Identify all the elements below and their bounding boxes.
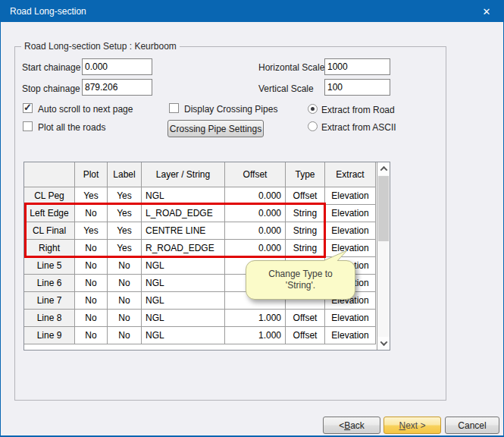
- grid-cell[interactable]: 0.000: [225, 240, 286, 257]
- table-row: Line 8NoNoNGL1.000OffsetElevation: [24, 310, 376, 327]
- column-header: [24, 162, 75, 187]
- stop-chainage-input[interactable]: [82, 79, 152, 96]
- grid-cell[interactable]: No: [75, 292, 108, 310]
- grid-cell[interactable]: Elevation: [325, 222, 376, 240]
- row-header-cell[interactable]: Line 9: [24, 327, 75, 344]
- grid-cell[interactable]: Elevation: [325, 187, 376, 205]
- grid-cell[interactable]: No: [75, 310, 108, 327]
- grid-cell[interactable]: NGL: [142, 310, 225, 327]
- grid-cell[interactable]: No: [108, 292, 142, 310]
- grid-cell[interactable]: Yes: [108, 222, 142, 240]
- row-header-cell[interactable]: Line 5: [24, 257, 75, 275]
- table-row: Line 9NoNoNGL1.000OffsetElevation: [24, 327, 376, 344]
- plot-all-roads-label[interactable]: Plot all the roads: [38, 122, 105, 134]
- row-header-cell[interactable]: CL Peg: [24, 187, 75, 205]
- grid-cell[interactable]: Yes: [108, 240, 142, 257]
- grid-cell[interactable]: Elevation: [325, 205, 376, 222]
- display-crossing-pipes-label[interactable]: Display Crossing Pipes: [184, 104, 277, 115]
- close-icon: ✕: [483, 6, 491, 17]
- grid-cell[interactable]: L_ROAD_EDGE: [142, 205, 225, 222]
- start-chainage-input[interactable]: [82, 58, 152, 75]
- grid-cell[interactable]: 0.000: [225, 222, 286, 240]
- table-row: Left EdgeNoYesL_ROAD_EDGE0.000StringElev…: [24, 205, 376, 222]
- scroll-down-icon: [380, 338, 387, 346]
- horizontal-scale-label: Horizontal Scale: [258, 62, 324, 74]
- callout-text-line2: 'String'.: [286, 280, 315, 291]
- extract-from-ascii-radio[interactable]: [308, 121, 318, 131]
- grid-cell[interactable]: No: [75, 327, 108, 344]
- grid-cell[interactable]: 0.000: [225, 205, 286, 222]
- groupbox-title: Road Long-section Setup : Keurboom: [21, 41, 180, 52]
- cancel-button[interactable]: Cancel: [445, 417, 499, 434]
- window-title: Road Long-section: [1, 6, 86, 17]
- grid-cell[interactable]: No: [108, 257, 142, 275]
- grid-cell[interactable]: NGL: [142, 187, 225, 205]
- row-header-cell[interactable]: Line 6: [24, 275, 75, 292]
- row-header-cell[interactable]: Right: [24, 240, 75, 257]
- grid-cell[interactable]: NGL: [142, 292, 225, 310]
- title-bar: Road Long-section ✕: [1, 1, 503, 22]
- grid-cell[interactable]: No: [75, 275, 108, 292]
- table-scrollbar[interactable]: [377, 162, 390, 350]
- grid-cell[interactable]: Offset: [286, 327, 325, 344]
- row-header-cell[interactable]: Line 8: [24, 310, 75, 327]
- grid-cell[interactable]: No: [108, 327, 142, 344]
- grid-cell[interactable]: 1.000: [225, 327, 286, 344]
- grid-cell[interactable]: 0.000: [225, 187, 286, 205]
- grid-cell[interactable]: Yes: [75, 187, 108, 205]
- crossing-pipe-settings-button[interactable]: Crossing Pipe Settings: [167, 120, 264, 137]
- scroll-down-button[interactable]: [377, 337, 390, 350]
- auto-scroll-checkbox[interactable]: ✓: [23, 103, 33, 113]
- grid-cell[interactable]: Elevation: [325, 327, 376, 344]
- grid-cell[interactable]: Yes: [108, 187, 142, 205]
- column-header: Type: [286, 162, 325, 187]
- grid-cell[interactable]: Offset: [286, 187, 325, 205]
- back-button[interactable]: < Back: [323, 417, 380, 434]
- callout-text-line1: Change Type to: [268, 269, 333, 280]
- row-header-cell[interactable]: Line 7: [24, 292, 75, 310]
- grid-cell[interactable]: No: [108, 310, 142, 327]
- row-header-cell[interactable]: CL Final: [24, 222, 75, 240]
- plot-all-roads-checkbox[interactable]: ✓: [23, 121, 33, 131]
- table-row: CL FinalYesYesCENTRE LINE0.000StringElev…: [24, 222, 376, 240]
- row-header-cell[interactable]: Left Edge: [24, 205, 75, 222]
- road-long-section-dialog: Road Long-section ✕ Road Long-section Se…: [0, 0, 504, 437]
- stop-chainage-label: Stop chainage: [22, 83, 80, 95]
- grid-cell[interactable]: NGL: [142, 275, 225, 292]
- callout-tail: [317, 250, 349, 263]
- grid-cell[interactable]: Elevation: [325, 310, 376, 327]
- scroll-up-button[interactable]: [377, 162, 390, 175]
- horizontal-scale-input[interactable]: [324, 58, 390, 75]
- extract-from-road-label[interactable]: Extract from Road: [321, 105, 395, 116]
- scrollbar-thumb[interactable]: [378, 176, 389, 241]
- grid-cell[interactable]: Yes: [108, 205, 142, 222]
- grid-cell[interactable]: NGL: [142, 327, 225, 344]
- grid-cell[interactable]: CENTRE LINE: [142, 222, 225, 240]
- extract-from-ascii-label[interactable]: Extract from ASCII: [321, 122, 396, 134]
- grid-cell[interactable]: No: [75, 240, 108, 257]
- start-chainage-label: Start chainage: [22, 62, 80, 74]
- auto-scroll-label[interactable]: Auto scroll to next page: [38, 104, 133, 115]
- column-header: Extract: [325, 162, 376, 187]
- grid-cell[interactable]: Offset: [286, 310, 325, 327]
- grid-cell[interactable]: No: [75, 205, 108, 222]
- grid-cell[interactable]: No: [75, 257, 108, 275]
- next-button[interactable]: Next >: [383, 417, 441, 434]
- grid-cell[interactable]: NGL: [142, 257, 225, 275]
- grid-cell[interactable]: R_ROAD_EDGE: [142, 240, 225, 257]
- column-header: Label: [108, 162, 142, 187]
- grid-cell[interactable]: String: [286, 222, 325, 240]
- column-header: Layer / String: [142, 162, 225, 187]
- vertical-scale-input[interactable]: [324, 79, 390, 96]
- column-header: Plot: [75, 162, 108, 187]
- close-button[interactable]: ✕: [471, 1, 502, 22]
- grid-cell[interactable]: String: [286, 205, 325, 222]
- extract-from-road-radio[interactable]: [308, 104, 318, 114]
- grid-cell[interactable]: Yes: [75, 222, 108, 240]
- checkmark-icon: ✓: [23, 102, 32, 113]
- grid-cell[interactable]: No: [108, 275, 142, 292]
- grid-cell[interactable]: 1.000: [225, 310, 286, 327]
- column-header: Offset: [225, 162, 286, 187]
- display-crossing-pipes-checkbox[interactable]: ✓: [169, 103, 179, 113]
- vertical-scale-label: Vertical Scale: [258, 83, 314, 95]
